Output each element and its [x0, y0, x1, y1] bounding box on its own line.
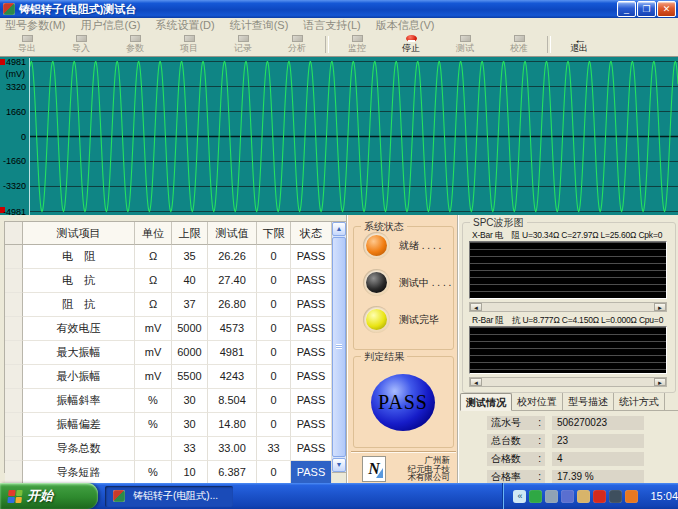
cell-status: PASS [291, 293, 332, 317]
tray-icon[interactable] [593, 490, 606, 503]
cell-upper: 33 [172, 437, 208, 461]
cell-value: 26.80 [208, 293, 257, 317]
status-led-icon [366, 309, 387, 330]
row-header-cell [5, 293, 23, 317]
toolbar-button[interactable]: 退出 [552, 33, 606, 56]
cell-lower: 0 [257, 317, 291, 341]
cell-item: 电 抗 [23, 269, 135, 293]
result-group: 判定结果 PASS [353, 356, 454, 448]
scroll-right-icon[interactable] [654, 303, 666, 311]
status-side-panel: 系统状态 就绪 . . . . [347, 215, 459, 483]
menu-item[interactable]: 版本信息(V) [376, 18, 435, 33]
stat-row: 合格数 : 4 [487, 452, 667, 466]
toolbar-button[interactable]: 测试 [438, 33, 492, 56]
cell-upper: 35 [172, 245, 208, 269]
cell-unit: % [135, 389, 172, 413]
restore-button[interactable]: ❐ [637, 1, 656, 17]
scroll-left-icon[interactable] [470, 378, 482, 386]
system-status-group: 系统状态 就绪 . . . . [353, 226, 454, 350]
minimize-button[interactable]: _ [617, 1, 636, 17]
spc-group-title: SPC波形图 [470, 217, 527, 228]
pass-indicator: PASS [371, 374, 435, 431]
close-button[interactable]: ✕ [657, 1, 676, 17]
table-scrollbar[interactable] [332, 222, 346, 472]
menu-item[interactable]: 统计查询(S) [230, 18, 289, 33]
toolbar-button[interactable]: 分析 [270, 33, 324, 56]
start-button[interactable]: 开始 [0, 483, 98, 509]
menu-item[interactable]: 系统设置(D) [155, 18, 214, 33]
scroll-right-icon[interactable] [654, 378, 666, 386]
cell-status: PASS [291, 461, 332, 485]
stat-row: 合格率 : 17.39 % [487, 470, 667, 484]
toolbar-button-label: 导入 [72, 42, 90, 55]
cell-value: 8.504 [208, 389, 257, 413]
tray-icon[interactable] [529, 490, 542, 503]
tray-icon[interactable] [545, 490, 558, 503]
toolbar-button[interactable]: 参数 [108, 33, 162, 56]
scroll-up-icon[interactable] [332, 222, 346, 236]
panel-divider [351, 451, 456, 453]
cell-upper: 5000 [172, 317, 208, 341]
menu-item[interactable]: 型号参数(M) [5, 18, 66, 33]
toolbar-button[interactable]: 记录 [216, 33, 270, 56]
toolbar-button[interactable]: 校准 [492, 33, 546, 56]
cell-value: 33.00 [208, 437, 257, 461]
cell-status: PASS [291, 413, 332, 437]
cell-lower: 0 [257, 245, 291, 269]
menu-item[interactable]: 用户信息(G) [81, 18, 141, 33]
toolbar-group-exit: 退出 [552, 33, 606, 56]
toolbar-button[interactable]: 导出 [0, 33, 54, 56]
status-led-row: 测试完毕 [354, 301, 453, 338]
cell-unit: % [135, 461, 172, 485]
toolbar-button[interactable]: 导入 [54, 33, 108, 56]
led-socket [363, 269, 390, 296]
task-app-icon [113, 490, 125, 502]
toolbar-button-label: 监控 [348, 42, 366, 55]
column-header-lower: 下限 [257, 222, 291, 245]
y-tick-label: 3320 [0, 83, 26, 92]
taskbar-task-button[interactable]: 铸铝转子(电阻式)... [105, 486, 233, 507]
scrollbar-thumb[interactable] [332, 237, 346, 457]
stat-label: 合格数 : [487, 452, 545, 466]
toolbar-button-label: 记录 [234, 42, 252, 55]
led-socket [363, 306, 390, 333]
tray-icon[interactable]: « [513, 490, 526, 503]
tray-icon[interactable] [625, 490, 638, 503]
windows-logo-icon [7, 490, 22, 503]
cell-lower: 0 [257, 389, 291, 413]
taskbar-clock[interactable]: 15:04 [650, 490, 678, 502]
cell-value: 6.387 [208, 461, 257, 485]
tab[interactable]: 校对位置 [512, 393, 563, 410]
company-logo-row: N 广州新 纪元电子技 术有限公司 [353, 456, 454, 482]
scroll-left-icon[interactable] [470, 303, 482, 311]
scroll-down-icon[interactable] [332, 458, 346, 472]
toolbar-button[interactable]: 停止 [384, 33, 438, 56]
toolbar-button[interactable]: 项目 [162, 33, 216, 56]
toolbar-separator [325, 36, 329, 53]
row-header-cell [5, 245, 23, 269]
tray-icon[interactable] [577, 490, 590, 503]
toolbar-button[interactable]: 监控 [330, 33, 384, 56]
cell-unit: Ω [135, 245, 172, 269]
cell-status: PASS [291, 317, 332, 341]
toolbar-button-label: 项目 [180, 42, 198, 55]
cell-unit: Ω [135, 293, 172, 317]
results-table-wrap: 测试项目 单位 上限 测试值 下限 状态 电 阻 Ω 35 26.26 0 PA… [4, 221, 347, 473]
spc-chart2-scrollbar[interactable] [469, 377, 667, 387]
tab[interactable]: 测试情况 [460, 393, 512, 411]
spc-chart1-scrollbar[interactable] [469, 302, 667, 312]
tab[interactable]: 统计方式 [614, 393, 665, 410]
stat-label: 合格率 : [487, 470, 545, 484]
cell-value: 4243 [208, 365, 257, 389]
tray-icon[interactable] [609, 490, 622, 503]
menu-item[interactable]: 语言支持(L) [303, 18, 360, 33]
stat-value: 23 [552, 434, 644, 448]
cell-item: 振幅偏差 [23, 413, 135, 437]
toolbar-button-label: 校准 [510, 42, 528, 55]
cell-value: 14.80 [208, 413, 257, 437]
tab[interactable]: 型号描述 [563, 393, 614, 410]
cell-unit: mV [135, 317, 172, 341]
company-name: 广州新 纪元电子技 术有限公司 [386, 456, 454, 482]
tray-icon[interactable] [561, 490, 574, 503]
cell-unit: mV [135, 341, 172, 365]
